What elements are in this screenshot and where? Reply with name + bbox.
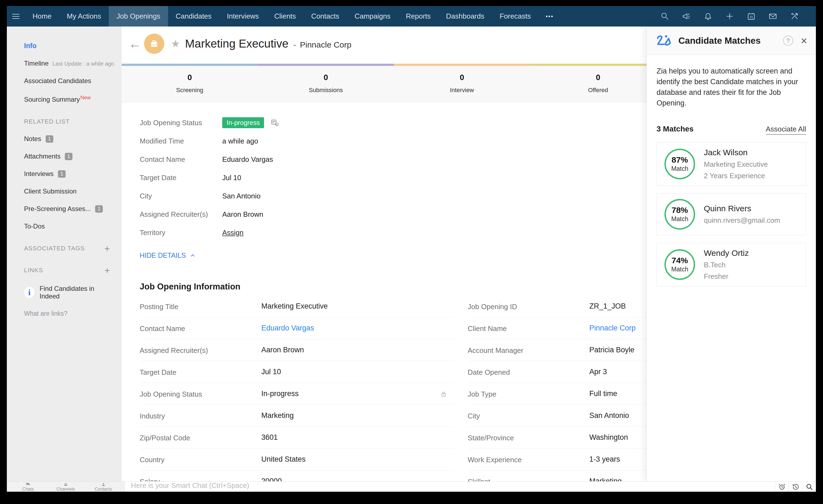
candidate-match-card[interactable]: 78% Match Quinn Rivers quinn.rivers@gmai… [657,193,806,235]
history-icon [792,483,800,491]
candidate-match-card[interactable]: 87% Match Jack Wilson Marketing Executiv… [657,142,806,186]
add-icon[interactable] [725,12,734,21]
sidebar-item-client-submission[interactable]: Client Submission [24,187,110,195]
field-row: Job Opening Status In-progress [140,383,454,405]
chat-tab-chats[interactable]: Chats [12,482,44,492]
zia-description: Zia helps you to automatically screen an… [657,66,806,109]
channels-icon [62,482,69,487]
status-history-icon[interactable] [271,119,279,127]
page-title: Marketing Executive [185,37,288,50]
nav-item-forecasts[interactable]: Forecasts [492,6,538,26]
field-row: Contact NameEduardo Vargas [140,317,454,339]
setup-icon[interactable] [790,12,799,21]
associate-all-link[interactable]: Associate All [766,125,806,135]
sidebar-item-attachments[interactable]: Attachments1 [24,153,110,160]
search-icon [806,483,813,491]
client-name-subtitle: Pinnacle Corp [300,40,351,49]
candidate-name[interactable]: Quinn Rivers [704,204,780,213]
calendar-icon[interactable]: 31 [747,12,756,21]
close-icon[interactable]: × [801,35,807,46]
candidate-name[interactable]: Jack Wilson [704,148,768,157]
pipeline-stage-submissions[interactable]: 0 Submissions [258,66,394,102]
field-row: Assigned Recruiter(s)Aaron Brown [140,339,454,361]
candidate-detail: Fresher [704,272,749,281]
count-badge: 1 [46,135,53,143]
hamburger-menu-icon[interactable] [7,6,25,26]
sidebar-item-timeline[interactable]: TimelineLast Update : a while ago [24,59,110,67]
nav-item-my-actions[interactable]: My Actions [59,6,109,26]
status-badge: In-progress [222,117,264,128]
sidebar-item-to-dos[interactable]: To-Dos [24,222,110,230]
chat-tab-contacts[interactable]: Contacts [87,482,120,492]
count-badge: 1 [95,205,103,213]
sidebar-item-notes[interactable]: Notes1 [24,135,110,143]
mail-icon[interactable] [768,12,777,21]
search-icon[interactable] [660,12,669,21]
count-badge: 1 [58,170,65,178]
candidate-name[interactable]: Wendy Ortiz [704,248,749,258]
sidebar-item-sourcing-summary[interactable]: Sourcing SummaryNew [24,95,110,103]
nav-item-dashboards[interactable]: Dashboards [439,6,492,26]
field-row: Zip/Postal Code3601 [140,427,454,449]
panel-title: Candidate Matches [678,35,761,46]
sidebar-item-associated-candidates[interactable]: Associated Candidates [24,77,110,85]
nav-item-reports[interactable]: Reports [398,6,439,26]
pipeline-stage-offered[interactable]: 0 Offered [530,66,666,102]
indeed-link[interactable]: i Find Candidates in Indeed [24,285,110,300]
sidebar-item-pre-screening[interactable]: Pre-Screening Asses...1 [24,205,110,213]
count-badge: 1 [65,153,72,160]
nav-item-candidates[interactable]: Candidates [168,6,219,26]
nav-item-home[interactable]: Home [25,6,59,26]
chat-tab-channels[interactable]: Channels [49,482,82,492]
indeed-icon: i [24,287,35,298]
add-link-icon[interactable]: + [105,268,110,273]
nav-item-campaigns[interactable]: Campaigns [347,6,398,26]
nav-item-job-openings[interactable]: Job Openings [109,6,168,26]
nav-item-contacts[interactable]: Contacts [304,6,347,26]
notifications-icon[interactable] [703,12,712,21]
field-row: CountryUnited States [140,449,454,470]
pipeline-stage-screening[interactable]: 0 Screening [122,66,258,102]
candidate-detail: 2 Years Experience [704,172,768,180]
app-window: Home My Actions Job Openings Candidates … [7,6,816,492]
field-row: IndustryMarketing [140,405,454,427]
match-percent-ring: 74% Match [664,249,695,280]
contacts-icon [100,482,107,487]
chats-icon [25,482,31,487]
field-row: Salary20000 [140,470,454,481]
top-nav: Home My Actions Job Openings Candidates … [7,6,816,26]
sidebar-item-interviews[interactable]: Interviews1 [24,170,110,178]
left-sidebar: Info TimelineLast Update : a while ago A… [7,26,122,481]
favorite-star-icon[interactable]: ★ [171,38,180,50]
associated-tags-header: ASSOCIATED TAGS + [24,245,110,252]
lock-icon [440,391,447,397]
contact-name-link[interactable]: Eduardo Vargas [261,324,454,332]
smart-chat-bar: Chats Channels Contacts [7,481,816,492]
chat-history-button[interactable] [789,482,802,492]
chat-search-button[interactable] [802,482,816,492]
nav-item-interviews[interactable]: Interviews [219,6,267,26]
pipeline-stage-interview[interactable]: 0 Interview [394,66,530,102]
briefcase-icon [149,38,160,49]
field-row: Target DateJul 10 [140,361,454,383]
reminder-button[interactable] [775,482,789,492]
title-separator: - [293,40,296,49]
announcement-icon[interactable] [682,12,691,21]
new-flag: New [80,95,91,100]
candidate-match-card[interactable]: 74% Match Wendy Ortiz B.Tech Fresher [657,243,806,287]
nav-item-clients[interactable]: Clients [267,6,303,26]
match-percent-ring: 87% Match [664,149,695,179]
job-opening-avatar [144,34,164,54]
candidate-detail: quinn.rivers@gmail.com [704,216,780,225]
candidate-detail: Marketing Executive [704,160,768,169]
candidate-detail: B.Tech [704,261,749,269]
smart-chat-input[interactable] [125,482,775,492]
add-tag-icon[interactable]: + [105,246,110,251]
back-arrow-icon[interactable]: ← [126,36,144,51]
assign-territory-link[interactable]: Assign [222,228,243,237]
match-percent-ring: 78% Match [664,199,695,229]
what-are-links[interactable]: What are links? [24,310,110,317]
sidebar-item-info[interactable]: Info [24,42,110,50]
nav-overflow-icon[interactable]: ••• [538,6,560,26]
help-icon[interactable]: ? [783,35,793,46]
